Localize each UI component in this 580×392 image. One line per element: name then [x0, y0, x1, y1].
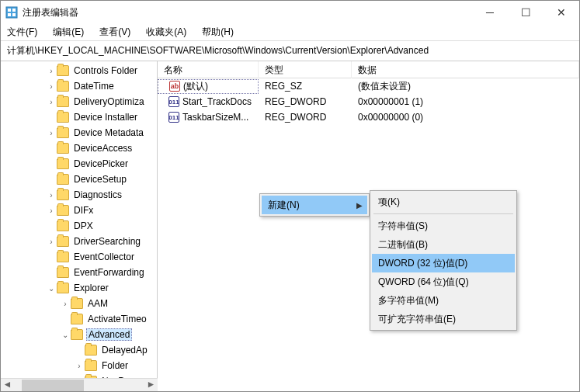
tree-item[interactable]: ›DriverSearching	[1, 234, 157, 249]
folder-icon	[57, 189, 69, 200]
binary-value-icon: 011	[168, 112, 179, 123]
tree-item-label: Controls Folder	[72, 65, 139, 76]
caret-right-icon[interactable]: ·	[46, 160, 57, 168]
list-header: 名称 类型 数据	[158, 61, 579, 78]
value-row[interactable]: 011Start_TrackDocsREG_DWORD0x00000001 (1…	[158, 94, 579, 109]
tree-item[interactable]: ·DPX	[1, 218, 157, 234]
tree-item[interactable]: ·DeviceSetup	[1, 172, 157, 187]
menu-help[interactable]: 帮助(H)	[199, 24, 237, 40]
caret-right-icon[interactable]: ·	[46, 144, 57, 153]
tree-item-label: EventCollector	[72, 252, 136, 262]
tree-item[interactable]: ›AAM	[1, 296, 157, 311]
scroll-right-arrow[interactable]: ►	[144, 379, 158, 392]
caret-right-icon[interactable]: ›	[46, 191, 57, 199]
tree-item-label: DeviceAccess	[72, 143, 134, 154]
tree-item[interactable]: ›DeliveryOptimiza	[1, 94, 157, 109]
tree-item[interactable]: ·Device Installer	[1, 109, 157, 125]
caret-right-icon[interactable]: ·	[74, 346, 85, 355]
ctx-item-binary[interactable]: 二进制值(B)	[372, 235, 515, 254]
ctx-item-expandstring[interactable]: 可扩充字符串值(E)	[372, 310, 515, 328]
menu-favorites[interactable]: 收藏夹(A)	[143, 24, 189, 40]
tree-item-label: DelayedAp	[100, 345, 149, 356]
caret-right-icon[interactable]: ›	[60, 300, 71, 308]
tree-item[interactable]: ·EventForwarding	[1, 265, 157, 280]
address-bar[interactable]: 计算机\HKEY_LOCAL_MACHINE\SOFTWARE\Microsof…	[1, 41, 579, 61]
context-menu-new: 新建(N) ▶	[259, 193, 370, 217]
scroll-thumb[interactable]	[22, 380, 84, 391]
caret-right-icon[interactable]: ·	[46, 253, 57, 262]
folder-icon	[71, 314, 83, 324]
value-type: REG_DWORD	[259, 96, 352, 107]
caret-right-icon[interactable]: ·	[46, 222, 57, 231]
tree-item[interactable]: ·DelayedAp	[1, 342, 157, 358]
tree-horizontal-scrollbar[interactable]: ◄ ►	[1, 378, 158, 391]
folder-icon	[57, 283, 69, 293]
col-name[interactable]: 名称	[158, 61, 259, 78]
close-button[interactable]: ✕	[544, 1, 579, 24]
menubar: 文件(F) 编辑(E) 查看(V) 收藏夹(A) 帮助(H)	[1, 24, 579, 41]
ctx-item-dword[interactable]: DWORD (32 位)值(D)	[372, 254, 515, 272]
svg-rect-4	[12, 13, 16, 16]
value-name: Start_TrackDocs	[182, 96, 252, 107]
ctx-item-key[interactable]: 项(K)	[372, 193, 515, 211]
caret-right-icon[interactable]: ›	[46, 206, 57, 215]
menu-separator	[373, 213, 513, 214]
tree-item-label: AAM	[86, 298, 109, 309]
value-data: 0x00000000 (0)	[352, 112, 579, 123]
ctx-item-string[interactable]: 字符串值(S)	[372, 217, 515, 235]
caret-right-icon[interactable]: ›	[46, 67, 57, 75]
tree-item[interactable]: ›Device Metadata	[1, 125, 157, 140]
minimize-button[interactable]: ─	[472, 1, 508, 24]
col-type[interactable]: 类型	[259, 61, 352, 78]
caret-right-icon[interactable]: ·	[46, 269, 57, 277]
folder-icon	[85, 360, 97, 371]
tree-item[interactable]: ⌄Explorer	[1, 280, 157, 296]
tree-item[interactable]: ·DevicePicker	[1, 156, 157, 172]
scroll-left-arrow[interactable]: ◄	[1, 379, 14, 392]
caret-right-icon[interactable]: ›	[46, 98, 57, 106]
tree-item[interactable]: ›DIFx	[1, 203, 157, 218]
tree-item-label: DIFx	[72, 205, 95, 216]
context-item-new[interactable]: 新建(N) ▶	[262, 196, 367, 214]
tree-item[interactable]: ›Diagnostics	[1, 187, 157, 203]
folder-icon	[71, 329, 83, 340]
svg-rect-2	[12, 9, 16, 12]
tree-item-label: Explorer	[72, 283, 110, 293]
tree-item[interactable]: ›Folder	[1, 358, 157, 373]
caret-right-icon[interactable]: ›	[74, 362, 85, 370]
tree-pane[interactable]: ›Controls Folder›DateTime›DeliveryOptimi…	[1, 61, 158, 381]
folder-icon	[57, 252, 69, 262]
caret-right-icon[interactable]: ·	[46, 113, 57, 122]
menu-edit[interactable]: 编辑(E)	[50, 24, 87, 40]
caret-down-icon[interactable]: ⌄	[46, 284, 57, 293]
folder-icon	[57, 158, 69, 169]
titlebar: 注册表编辑器 ─ ☐ ✕	[1, 1, 579, 24]
caret-down-icon[interactable]: ⌄	[60, 331, 71, 339]
tree-item[interactable]: ·ActivateTimeo	[1, 311, 157, 327]
caret-right-icon[interactable]: ·	[46, 175, 57, 184]
ctx-item-multistring[interactable]: 多字符串值(M)	[372, 291, 515, 310]
app-icon	[5, 6, 18, 19]
folder-icon	[85, 345, 97, 356]
tree-item[interactable]: ›Controls Folder	[1, 63, 157, 78]
col-data[interactable]: 数据	[352, 61, 579, 78]
tree-item[interactable]: ·DeviceAccess	[1, 140, 157, 156]
ctx-item-qword[interactable]: QWORD (64 位)值(Q)	[372, 272, 515, 291]
address-text: 计算机\HKEY_LOCAL_MACHINE\SOFTWARE\Microsof…	[7, 45, 429, 56]
caret-right-icon[interactable]: ›	[46, 238, 57, 246]
caret-right-icon[interactable]: ·	[60, 315, 71, 324]
folder-icon	[57, 267, 69, 278]
string-value-icon: ab	[169, 81, 180, 92]
value-row[interactable]: ab(默认)REG_SZ(数值未设置)	[158, 78, 579, 94]
menu-view[interactable]: 查看(V)	[96, 24, 134, 40]
maximize-button[interactable]: ☐	[508, 1, 544, 24]
menu-file[interactable]: 文件(F)	[4, 24, 40, 40]
caret-right-icon[interactable]: ›	[46, 82, 57, 91]
tree-item[interactable]: ⌄Advanced	[1, 327, 157, 342]
value-row[interactable]: 011TaskbarSizeM...REG_DWORD0x00000000 (0…	[158, 109, 579, 125]
tree-item[interactable]: ›DateTime	[1, 78, 157, 94]
caret-right-icon[interactable]: ›	[46, 129, 57, 137]
submenu-arrow-icon: ▶	[356, 201, 363, 210]
folder-icon	[57, 174, 69, 185]
tree-item[interactable]: ·EventCollector	[1, 249, 157, 265]
